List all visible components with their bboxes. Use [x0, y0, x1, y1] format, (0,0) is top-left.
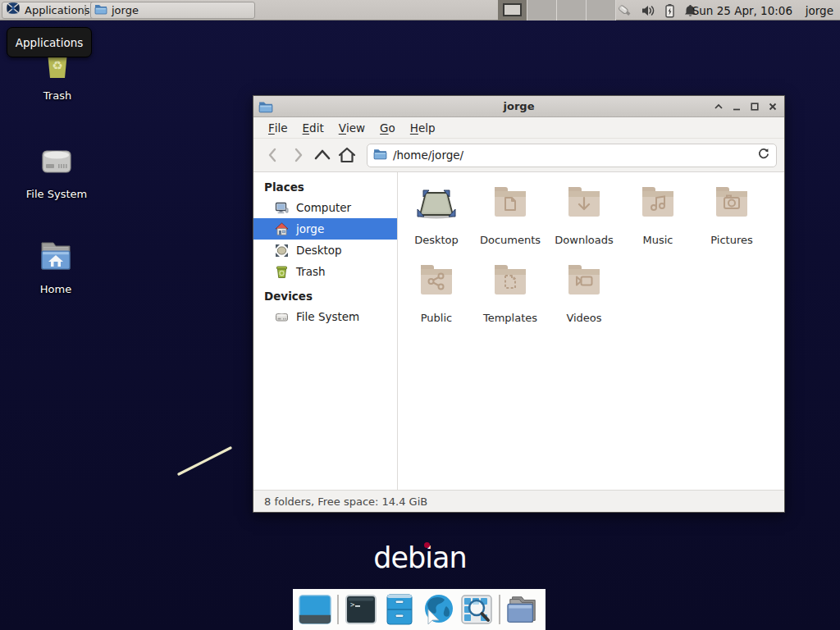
- path-input[interactable]: /home/jorge/: [393, 148, 751, 162]
- file-item-downloads[interactable]: Downloads: [547, 184, 621, 262]
- desktop-root: Applications jorge: [0, 0, 840, 630]
- battery-charging-icon[interactable]: [664, 3, 676, 18]
- close-button[interactable]: [764, 97, 782, 116]
- public-folder-icon: [417, 262, 456, 312]
- up-button[interactable]: [310, 144, 335, 167]
- file-item-music[interactable]: Music: [621, 184, 695, 262]
- workspace-window-thumbnail: [503, 3, 522, 16]
- desktop-icon-label: Home: [40, 283, 71, 295]
- menu-edit[interactable]: Edit: [295, 117, 331, 138]
- sidebar-header-places: Places: [253, 177, 397, 197]
- file-label: Public: [421, 312, 452, 324]
- file-manager-icon[interactable]: [383, 592, 416, 627]
- file-item-documents[interactable]: Documents: [473, 184, 547, 262]
- home-folder-icon: [35, 236, 76, 278]
- sidebar-item-trash[interactable]: Trash: [253, 261, 397, 282]
- sidebar-header-devices: Devices: [253, 286, 397, 306]
- input-device-icon[interactable]: [617, 3, 633, 18]
- file-item-desktop[interactable]: Desktop: [399, 184, 473, 262]
- xfce-applications-icon: [6, 2, 21, 19]
- status-bar: 8 folders, Free space: 14.4 GiB: [253, 490, 784, 512]
- videos-folder-icon: [564, 262, 604, 312]
- bottom-dock: >: [293, 589, 546, 630]
- maximize-button[interactable]: [746, 97, 764, 116]
- forward-button[interactable]: [285, 144, 310, 167]
- window-controls: [710, 97, 784, 116]
- menu-view[interactable]: View: [331, 117, 372, 138]
- drive-icon: [36, 141, 77, 183]
- shade-button[interactable]: [710, 97, 728, 116]
- file-view[interactable]: Desktop Documents: [398, 172, 784, 490]
- desktop-icon: [275, 244, 289, 258]
- menu-help[interactable]: Help: [403, 117, 443, 138]
- workspace-4[interactable]: [587, 0, 616, 21]
- path-bar[interactable]: /home/jorge/: [367, 144, 777, 167]
- computer-icon: [275, 201, 289, 215]
- file-label: Desktop: [414, 234, 459, 246]
- back-button[interactable]: [261, 144, 285, 167]
- minimize-button[interactable]: [728, 97, 746, 116]
- debian-logo-text: debian: [373, 541, 466, 574]
- drive-icon: [275, 310, 289, 324]
- workspace-2[interactable]: [527, 0, 557, 21]
- panel-clock[interactable]: Sun 25 Apr, 10:06: [692, 0, 792, 21]
- desktop-icon-home[interactable]: Home: [16, 236, 95, 295]
- top-panel: Applications jorge: [0, 0, 840, 21]
- documents-folder-icon: [491, 184, 530, 234]
- sidebar-item-computer[interactable]: Computer: [253, 197, 397, 218]
- sidebar-item-label: File System: [296, 310, 359, 323]
- debian-wallpaper-logo: debian: [369, 541, 471, 574]
- user-home-icon: [275, 222, 289, 236]
- reload-icon[interactable]: [757, 147, 770, 163]
- file-item-public[interactable]: Public: [399, 262, 473, 340]
- web-browser-icon[interactable]: [422, 592, 454, 627]
- menu-file[interactable]: File: [261, 117, 295, 138]
- workspace-1[interactable]: [498, 0, 527, 21]
- desktop-icon-label: File System: [26, 188, 87, 200]
- file-label: Documents: [480, 234, 541, 246]
- desktop-folder-icon: [413, 184, 460, 234]
- workspace-switcher: [498, 0, 616, 21]
- svg-text:♻: ♻: [52, 58, 62, 73]
- panel-separator-handle[interactable]: [84, 5, 88, 16]
- desktop-icon-file-system[interactable]: File System: [17, 141, 96, 200]
- show-desktop-icon[interactable]: [299, 592, 331, 627]
- file-manager-window: jorge File Edit View Go Help: [253, 95, 785, 513]
- status-text: 8 folders, Free space: 14.4 GiB: [264, 495, 427, 508]
- sidebar-item-label: Desktop: [296, 244, 342, 257]
- tooltip-text: Applications: [16, 36, 83, 49]
- panel-username[interactable]: jorge: [806, 0, 833, 21]
- sidebar-item-jorge[interactable]: jorge: [253, 218, 397, 240]
- applications-menu-label: Applications: [25, 4, 89, 16]
- system-tray: [617, 0, 697, 21]
- window-titlebar[interactable]: jorge: [253, 96, 784, 117]
- volume-icon[interactable]: [641, 4, 656, 17]
- terminal-icon[interactable]: >: [345, 592, 377, 627]
- file-item-videos[interactable]: Videos: [547, 262, 621, 340]
- file-label: Templates: [483, 312, 537, 324]
- app-finder-icon[interactable]: [460, 592, 493, 627]
- pathbar-folder-icon: [373, 148, 387, 163]
- home-button[interactable]: [335, 144, 359, 167]
- file-item-templates[interactable]: Templates: [473, 262, 547, 340]
- desktop-icon-label: Trash: [43, 89, 71, 102]
- menu-bar: File Edit View Go Help: [253, 117, 784, 139]
- workspace-3[interactable]: [557, 0, 587, 21]
- taskbar-folder-icon: [94, 3, 107, 17]
- stray-line-artifact: [176, 443, 235, 479]
- menu-go[interactable]: Go: [372, 117, 403, 138]
- directory-menu-icon[interactable]: [506, 592, 539, 627]
- pictures-folder-icon: [712, 184, 751, 234]
- svg-text:>: >: [350, 600, 355, 609]
- file-label: Downloads: [555, 234, 613, 246]
- toolbar: /home/jorge/: [253, 139, 784, 172]
- sidebar-item-desktop[interactable]: Desktop: [253, 240, 397, 261]
- dock-separator: [499, 595, 500, 624]
- file-item-pictures[interactable]: Pictures: [695, 184, 769, 262]
- applications-menu-button[interactable]: Applications: [2, 2, 96, 19]
- file-label: Videos: [566, 312, 601, 324]
- trash-icon: [275, 265, 289, 279]
- taskbar-window-button[interactable]: jorge: [90, 2, 255, 19]
- sidebar-item-file-system[interactable]: File System: [253, 306, 397, 327]
- applications-tooltip: Applications: [7, 27, 92, 57]
